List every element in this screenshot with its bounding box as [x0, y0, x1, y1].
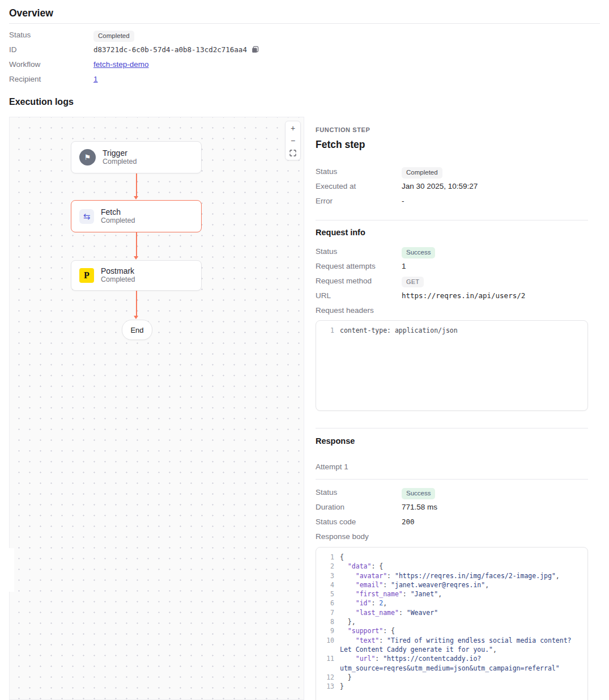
line-number: 1	[322, 553, 334, 562]
section-divider	[316, 220, 588, 220]
error-value: -	[402, 197, 404, 205]
request-status-row: Status Success	[316, 247, 588, 262]
attempt-label: Attempt 1	[316, 463, 588, 471]
line-number: 5	[322, 589, 334, 599]
response-body-label: Response body	[316, 532, 588, 541]
overview-rows: Status Completed ID d83721dc-6c0b-57d4-a…	[9, 31, 600, 90]
line-number: 12	[322, 673, 334, 682]
response-rows: Status Success Duration 771.58 ms Status…	[316, 488, 588, 532]
line-number: 6	[322, 599, 334, 608]
request-attempts-value: 1	[402, 262, 406, 270]
request-attempts-row: Request attempts 1	[316, 262, 588, 277]
node-postmark[interactable]: P Postmark Completed	[71, 260, 202, 291]
step-title: Fetch step	[316, 139, 588, 151]
status-badge: Completed	[93, 31, 134, 42]
code-line: 7 "last_name": "Weaver"	[322, 608, 582, 617]
node-status: Completed	[101, 275, 135, 285]
status-code-row: Status code 200	[316, 517, 588, 532]
code-text: "url": "https://contentcaddy.io? utm_sou…	[340, 654, 560, 673]
url-label: URL	[316, 291, 402, 300]
code-line: 3 "avatar": "https://reqres.in/img/faces…	[322, 571, 582, 580]
code-line: 6 "id": 2,	[322, 599, 582, 608]
status-label: Status	[316, 488, 402, 497]
code-line: 10 "text": "Tired of writing endless soc…	[322, 636, 582, 655]
status-label: Status	[316, 167, 402, 176]
step-overview-rows: Status Completed Executed at Jan 30 2025…	[316, 167, 588, 211]
postmark-p-icon: P	[79, 268, 94, 283]
url-value: https://reqres.in/api/users/2	[402, 291, 525, 300]
node-end[interactable]: End	[122, 320, 152, 340]
workflow-link[interactable]: fetch-step-demo	[93, 60, 149, 69]
copy-icon[interactable]	[252, 46, 259, 53]
status-code-value: 200	[402, 517, 415, 526]
recipient-link[interactable]: 1	[93, 75, 98, 83]
edge-trigger-fetch	[136, 173, 137, 196]
code-line: 8 },	[322, 617, 582, 626]
error-label: Error	[316, 197, 402, 205]
status-label: Status	[316, 247, 402, 256]
flag-icon: ⚑	[79, 149, 96, 166]
executed-at-row: Executed at Jan 30 2025, 10:59:27	[316, 182, 588, 197]
code-text: content-type: application/json	[340, 326, 458, 335]
zoom-in-button[interactable]: +	[286, 122, 300, 134]
overview-recipient-row: Recipient 1	[9, 75, 600, 90]
overview-divider	[9, 23, 600, 24]
line-number: 13	[322, 682, 334, 691]
line-number: 2	[322, 562, 334, 571]
node-trigger[interactable]: ⚑ Trigger Completed	[71, 141, 202, 173]
executed-at-value: Jan 30 2025, 10:59:27	[402, 182, 478, 190]
node-title: Postmark	[101, 266, 135, 275]
zoom-out-button[interactable]: −	[286, 134, 300, 147]
duration-label: Duration	[316, 503, 402, 511]
code-line: 1{	[322, 553, 582, 562]
request-attempts-label: Request attempts	[316, 262, 402, 270]
code-text: "email": "janet.weaver@reqres.in",	[340, 580, 489, 589]
edge-fetch-postmark	[136, 232, 137, 256]
error-row: Error -	[316, 197, 588, 211]
executed-at-label: Executed at	[316, 182, 402, 190]
canvas-controls: + −	[285, 121, 301, 160]
code-text: "id": 2,	[340, 599, 387, 608]
code-line: 12 }	[322, 673, 582, 682]
edge-postmark-end	[136, 291, 137, 316]
swap-arrows-icon: ⇆	[79, 209, 94, 224]
step-type-kicker: FUNCTION STEP	[316, 126, 588, 133]
code-text: "avatar": "https://reqres.in/img/faces/2…	[340, 571, 560, 580]
fit-view-button[interactable]	[286, 147, 300, 159]
line-number: 7	[322, 608, 334, 617]
code-text: },	[340, 617, 356, 626]
workflow-canvas[interactable]: + − ⚑ Trigger Completed ⇆ Fetch Complete…	[9, 117, 304, 700]
section-divider	[316, 428, 588, 429]
code-text: }	[340, 673, 352, 682]
workflow-label: Workflow	[9, 60, 93, 69]
status-badge: Completed	[402, 167, 442, 179]
id-label: ID	[9, 45, 93, 54]
code-text: "data": {	[340, 562, 383, 571]
node-title: Fetch	[101, 207, 135, 217]
recipient-label: Recipient	[9, 75, 93, 83]
line-number: 10	[322, 636, 334, 645]
canvas-edge-overlay	[9, 548, 14, 592]
node-fetch[interactable]: ⇆ Fetch Completed	[71, 200, 202, 232]
overview-title: Overview	[9, 7, 53, 19]
code-text: "support": {	[340, 626, 395, 635]
line-number: 4	[322, 580, 334, 589]
code-line: 2 "data": {	[322, 562, 582, 571]
code-line: 5 "first_name": "Janet",	[322, 589, 582, 599]
duration-row: Duration 771.58 ms	[316, 503, 588, 517]
request-url-row: URL https://reqres.in/api/users/2	[316, 291, 588, 306]
attempt-divider	[316, 479, 588, 480]
overview-status-row: Status Completed	[9, 31, 600, 45]
code-text: "text": "Tired of writing endless social…	[340, 636, 572, 655]
request-method-label: Request method	[316, 277, 402, 285]
node-title: Trigger	[103, 149, 137, 158]
status-label: Status	[9, 31, 93, 39]
request-info-title: Request info	[316, 228, 588, 237]
line-number: 11	[322, 654, 334, 663]
node-status: Completed	[101, 217, 135, 226]
code-text: "first_name": "Janet",	[340, 589, 442, 599]
overview-id-row: ID d83721dc-6c0b-57d4-a0b8-13cd2c716aa4	[9, 45, 600, 60]
line-number: 8	[322, 617, 334, 626]
code-line: 4 "email": "janet.weaver@reqres.in",	[322, 580, 582, 589]
success-badge: Success	[402, 247, 435, 258]
